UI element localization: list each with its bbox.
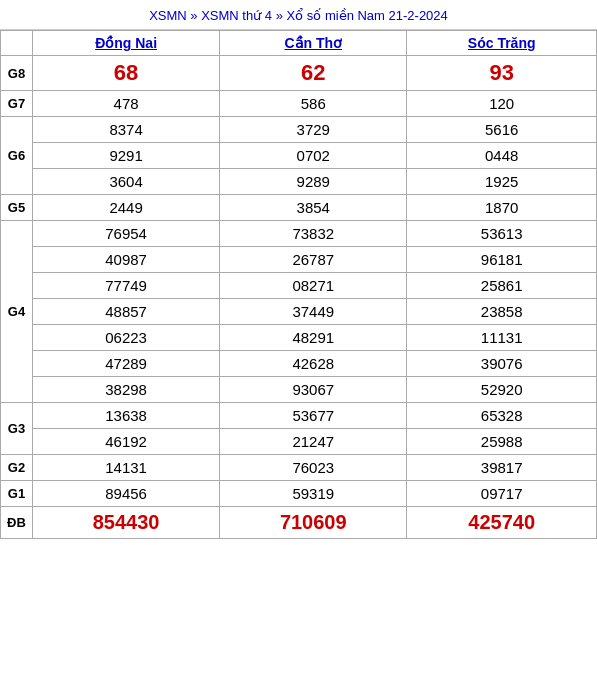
col-header-dongnai: Đồng Nai bbox=[33, 31, 220, 56]
prize-label-g8: G8 bbox=[1, 56, 33, 91]
table-row: 40987 bbox=[33, 247, 220, 273]
prize-label-g7: G7 bbox=[1, 91, 33, 117]
page-header: XSMN » XSMN thứ 4 » Xổ số miền Nam 21-2-… bbox=[0, 0, 597, 30]
table-row: 52920 bbox=[407, 377, 597, 403]
xsmn-link[interactable]: XSMN bbox=[149, 8, 187, 23]
table-row: 5616 bbox=[407, 117, 597, 143]
prize-label-g5: G5 bbox=[1, 195, 33, 221]
table-row: 478 bbox=[33, 91, 220, 117]
prize-label-g3: G3 bbox=[1, 403, 33, 455]
table-row: 48291 bbox=[220, 325, 407, 351]
table-row: 26787 bbox=[220, 247, 407, 273]
breadcrumb: XSMN » XSMN thứ 4 » Xổ số miền Nam 21-2-… bbox=[4, 8, 593, 23]
table-row: 9289 bbox=[220, 169, 407, 195]
table-row: 08271 bbox=[220, 273, 407, 299]
table-row: 1925 bbox=[407, 169, 597, 195]
table-row: 3729 bbox=[220, 117, 407, 143]
label-header bbox=[1, 31, 33, 56]
table-row: 120 bbox=[407, 91, 597, 117]
table-row: 62 bbox=[220, 56, 407, 91]
prize-label-g6: G6 bbox=[1, 117, 33, 195]
table-row: 8374 bbox=[33, 117, 220, 143]
table-row: 47289 bbox=[33, 351, 220, 377]
table-row: 53613 bbox=[407, 221, 597, 247]
table-row: 39817 bbox=[407, 455, 597, 481]
table-row: 23858 bbox=[407, 299, 597, 325]
table-row: 25988 bbox=[407, 429, 597, 455]
prize-label-g1: G1 bbox=[1, 481, 33, 507]
table-row: 854430 bbox=[33, 507, 220, 539]
col-header-soctrang: Sóc Trăng bbox=[407, 31, 597, 56]
xsmn-thu4-link[interactable]: XSMN thứ 4 bbox=[201, 8, 272, 23]
table-row: 710609 bbox=[220, 507, 407, 539]
table-row: 3854 bbox=[220, 195, 407, 221]
table-row: 76954 bbox=[33, 221, 220, 247]
table-row: 9291 bbox=[33, 143, 220, 169]
table-row: 89456 bbox=[33, 481, 220, 507]
lottery-table: Đồng Nai Cần Thơ Sóc Trăng G8686293G7478… bbox=[0, 30, 597, 539]
prize-label-g4: G4 bbox=[1, 221, 33, 403]
table-row: 38298 bbox=[33, 377, 220, 403]
table-row: 14131 bbox=[33, 455, 220, 481]
table-row: 76023 bbox=[220, 455, 407, 481]
table-row: 586 bbox=[220, 91, 407, 117]
table-row: 42628 bbox=[220, 351, 407, 377]
table-row: 93067 bbox=[220, 377, 407, 403]
table-row: 3604 bbox=[33, 169, 220, 195]
table-row: 09717 bbox=[407, 481, 597, 507]
table-row: 1870 bbox=[407, 195, 597, 221]
col-header-cantho: Cần Thơ bbox=[220, 31, 407, 56]
table-row: 25861 bbox=[407, 273, 597, 299]
page-title-inline: Xổ số miền Nam 21-2-2024 bbox=[287, 8, 448, 23]
table-row: 0702 bbox=[220, 143, 407, 169]
table-row: 425740 bbox=[407, 507, 597, 539]
table-row: 0448 bbox=[407, 143, 597, 169]
table-row: 96181 bbox=[407, 247, 597, 273]
table-row: 11131 bbox=[407, 325, 597, 351]
table-row: 93 bbox=[407, 56, 597, 91]
table-row: 46192 bbox=[33, 429, 220, 455]
table-row: 13638 bbox=[33, 403, 220, 429]
prize-label-g2: G2 bbox=[1, 455, 33, 481]
table-row: 06223 bbox=[33, 325, 220, 351]
table-row: 65328 bbox=[407, 403, 597, 429]
table-row: 48857 bbox=[33, 299, 220, 325]
table-row: 68 bbox=[33, 56, 220, 91]
prize-label-đb: ĐB bbox=[1, 507, 33, 539]
table-row: 77749 bbox=[33, 273, 220, 299]
table-row: 59319 bbox=[220, 481, 407, 507]
table-row: 21247 bbox=[220, 429, 407, 455]
table-row: 2449 bbox=[33, 195, 220, 221]
table-row: 39076 bbox=[407, 351, 597, 377]
table-row: 53677 bbox=[220, 403, 407, 429]
table-row: 37449 bbox=[220, 299, 407, 325]
table-row: 73832 bbox=[220, 221, 407, 247]
